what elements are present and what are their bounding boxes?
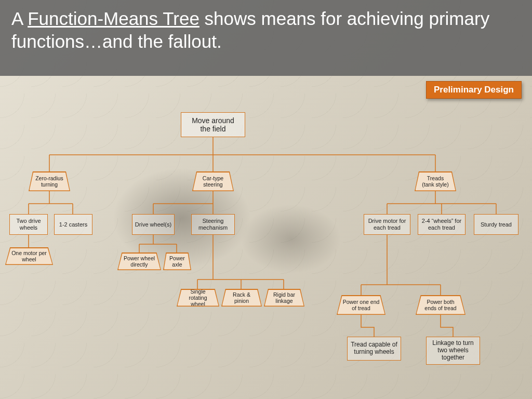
label: Drive motor foreach tread: [368, 218, 406, 231]
node-tread-capable: Tread capable ofturning wheels: [347, 337, 401, 361]
label: Treads(tank style): [422, 175, 448, 188]
slide-title: A Function-Means Tree shows means for ac…: [0, 0, 532, 76]
node-rigid-bar-linkage: Rigid bar linkage: [264, 289, 304, 307]
label: 1-2 casters: [59, 221, 87, 228]
node-casters: 1-2 casters: [54, 214, 92, 235]
label: Power bothends of tread: [424, 299, 456, 311]
label: Steeringmechanism: [198, 218, 228, 231]
node-linkage-two-wheels: Linkage to turntwo wheelstogether: [426, 337, 480, 365]
node-rack-pinion: Rack & pinion: [221, 289, 262, 307]
label: Power wheeldirectly: [124, 255, 155, 268]
label: Rack & pinion: [227, 291, 257, 304]
node-car-type: Car-typesteering: [192, 171, 234, 191]
node-power-both-ends: Power bothends of tread: [416, 295, 466, 315]
label: Two drivewheels: [16, 218, 41, 231]
label: Drive wheel(s): [135, 221, 171, 228]
node-root-label: Move aroundthe field: [192, 116, 234, 133]
node-wheels-each-tread: 2-4 “wheels” foreach tread: [418, 214, 466, 235]
label: Rigid bar linkage: [269, 291, 300, 304]
node-one-motor-per-wheel: One motor perwheel: [5, 247, 53, 265]
label: Single rotatingwheel: [182, 288, 215, 307]
node-drive-motor-each-tread: Drive motor foreach tread: [364, 214, 410, 235]
node-power-wheel-directly: Power wheeldirectly: [117, 252, 161, 270]
label: Tread capable ofturning wheels: [351, 341, 397, 356]
node-drive-wheels: Drive wheel(s): [132, 214, 175, 235]
node-power-one-end: Power one endof tread: [337, 295, 385, 315]
node-single-rotating-wheel: Single rotatingwheel: [177, 289, 219, 307]
node-power-axle: Poweraxle: [163, 252, 191, 270]
node-zero-radius: Zero-radiusturning: [29, 171, 70, 191]
title-underlined: Function-Means Tree: [28, 8, 200, 29]
label: Power one endof tread: [343, 299, 380, 311]
phase-tag: Preliminary Design: [426, 81, 522, 99]
node-root: Move aroundthe field: [181, 112, 245, 137]
label: Car-typesteering: [203, 175, 223, 188]
label: Linkage to turntwo wheelstogether: [432, 340, 473, 361]
node-steering-mechanism: Steeringmechanism: [191, 214, 235, 235]
label: Poweraxle: [169, 255, 185, 268]
node-two-drive-wheels: Two drivewheels: [9, 214, 48, 235]
node-sturdy-tread: Sturdy tread: [474, 214, 518, 235]
label: 2-4 “wheels” foreach tread: [422, 218, 461, 231]
title-prefix: A: [11, 8, 28, 29]
label: Zero-radiusturning: [35, 175, 63, 188]
label: Sturdy tread: [481, 221, 512, 228]
node-treads: Treads(tank style): [415, 171, 456, 191]
label: One motor perwheel: [11, 250, 47, 262]
